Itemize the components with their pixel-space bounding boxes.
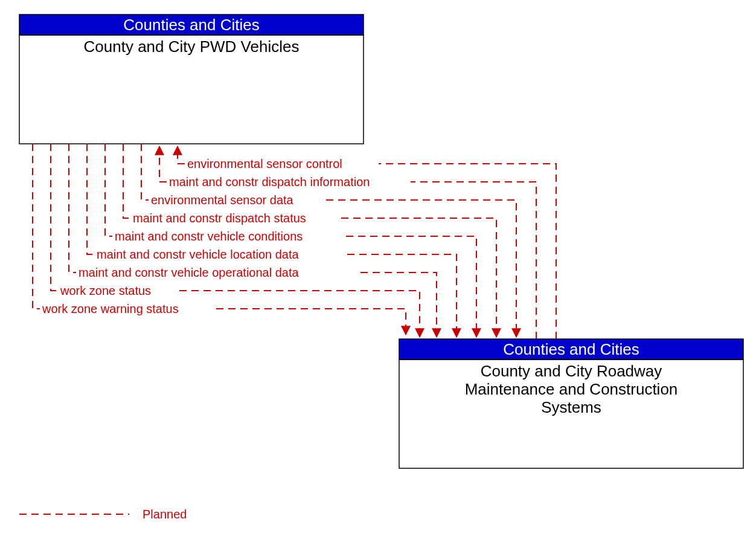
flow-label: maint and constr vehicle conditions (115, 230, 303, 243)
box-bottom-body-2: Maintenance and Construction (465, 380, 678, 398)
flow-label: work zone warning status (42, 302, 179, 315)
flow-label: environmental sensor data (151, 193, 294, 207)
box-top-body: County and City PWD Vehicles (84, 37, 300, 56)
box-bottom-body-1: County and City Roadway (481, 362, 662, 380)
flow-label: maint and constr vehicle operational dat… (78, 266, 300, 279)
box-top: Counties and Cities County and City PWD … (19, 15, 364, 144)
legend-label: Planned (143, 508, 187, 521)
flow-label: maint and constr dispatch information (169, 175, 370, 189)
flow-label: maint and constr dispatch status (133, 211, 306, 225)
flow-dispatch-info: maint and constr dispatch information (159, 147, 536, 339)
flow-label: environmental sensor control (187, 157, 342, 170)
box-bottom-header: Counties and Cities (503, 340, 639, 358)
flow-label: maint and constr vehicle location data (97, 248, 300, 261)
box-top-header: Counties and Cities (123, 16, 259, 34)
box-bottom-body-3: Systems (541, 398, 601, 416)
flow-label: work zone status (60, 284, 151, 297)
legend: Planned (19, 508, 187, 521)
architecture-diagram: Counties and Cities County and City PWD … (0, 0, 756, 542)
box-bottom: Counties and Cities County and City Road… (399, 339, 743, 468)
